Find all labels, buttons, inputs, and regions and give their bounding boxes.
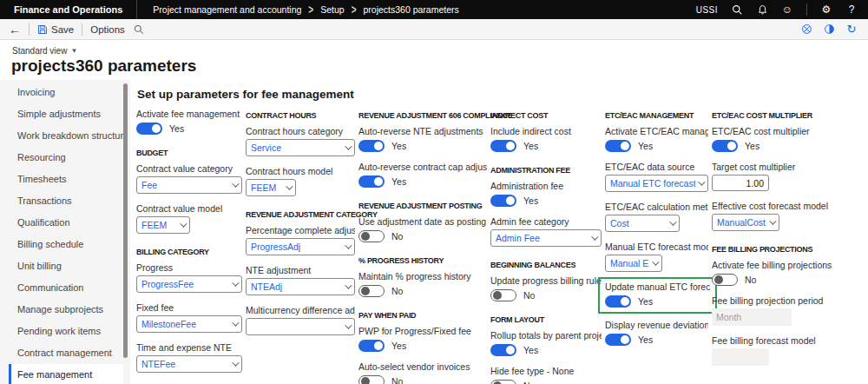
- actionbar-search-icon[interactable]: [133, 23, 145, 36]
- select-contract-hours-category[interactable]: Service: [246, 139, 355, 156]
- sidebar-item-billing-schedule[interactable]: Billing schedule: [9, 234, 123, 255]
- toggle-switch[interactable]: [605, 295, 631, 308]
- refresh-icon[interactable]: ↻: [845, 23, 858, 36]
- toggle-switch[interactable]: [358, 230, 385, 242]
- select-value: NTEAdj: [251, 281, 282, 292]
- view-selector[interactable]: Standard view ▼: [0, 40, 868, 56]
- sidebar-item-fee-management[interactable]: Fee management: [9, 364, 123, 384]
- field-nte-adjustment: NTE adjustmentNTEAdj: [246, 265, 355, 295]
- field-etc-eac-data-source: ETC/EAC data sourceManual ETC forecast: [605, 162, 708, 192]
- field-hide-fee-type-none: Hide fee type - NoneNo: [490, 366, 602, 384]
- toggle-row: Yes: [358, 139, 487, 152]
- toggle-row: No: [358, 284, 487, 297]
- sidebar-item-qualification[interactable]: Qualification: [9, 212, 123, 234]
- toggle-switch[interactable]: [605, 140, 631, 152]
- sidebar-item-pending-work-items[interactable]: Pending work items: [9, 321, 123, 342]
- section-heading-revenue-adjustment-606-compliance: REVENUE ADJUSTMENT 606 COMPLIANCE: [358, 111, 487, 120]
- settings-gear-icon[interactable]: ⚙: [820, 3, 832, 16]
- select-time-and-expense-nte[interactable]: NTEFee: [136, 355, 242, 373]
- sidebar-scrollbar[interactable]: [123, 83, 128, 358]
- sidebar-item-timesheets[interactable]: Timesheets: [9, 169, 123, 190]
- toggle-switch[interactable]: [136, 122, 162, 135]
- select-percentage-complete-adjustment[interactable]: ProgressAdj: [246, 238, 355, 255]
- sidebar-item-contract-management[interactable]: Contract management: [9, 342, 123, 364]
- toggle-knob: [506, 346, 515, 354]
- select-manual-etc-forecast-model[interactable]: Manual ETC: [605, 255, 662, 272]
- sidebar-item-manage-subprojects[interactable]: Manage subprojects: [9, 299, 123, 321]
- help-icon[interactable]: ?: [845, 3, 858, 16]
- top-navigation-bar: Finance and Operations Project managemen…: [0, 0, 868, 19]
- select-value: MilestoneFee: [141, 319, 196, 329]
- search-icon[interactable]: [731, 3, 743, 16]
- toggle-row: Yes: [712, 139, 859, 152]
- notifications-bell-icon[interactable]: [756, 3, 768, 16]
- section-heading-billing-category: BILLING CATEGORY: [136, 248, 242, 256]
- breadcrumb-setup[interactable]: Setup: [320, 4, 344, 15]
- sidebar-item-invoicing[interactable]: Invoicing: [9, 82, 123, 103]
- select-admin-fee-category[interactable]: Admin Fee: [490, 229, 602, 247]
- field-label: Auto-select vendor invoices: [358, 361, 487, 372]
- select-progress[interactable]: ProgressFee: [136, 275, 242, 293]
- save-button[interactable]: Save: [37, 24, 74, 35]
- select-etc-eac-calculation-method[interactable]: Cost: [605, 215, 680, 232]
- select-nte-adjustment[interactable]: NTEAdj: [246, 278, 355, 295]
- sidebar-item-communication[interactable]: Communication: [9, 277, 123, 299]
- toggle-knob: [374, 177, 383, 186]
- toggle-knob: [621, 335, 629, 344]
- toggle-switch[interactable]: [712, 274, 738, 286]
- toggle-switch[interactable]: [605, 334, 631, 346]
- toggle-knob: [374, 142, 383, 150]
- field-activate-etc-eac-management: Activate ETC/EAC managementYes: [605, 126, 708, 152]
- breadcrumb-page[interactable]: projects360 parameters: [363, 4, 458, 15]
- sidebar-item-resourcing[interactable]: Resourcing: [9, 147, 123, 169]
- field-label: PWP for Progress/Fixed fee: [358, 326, 487, 336]
- toggle-switch[interactable]: [358, 140, 385, 152]
- toggle-state-label: No: [745, 275, 756, 285]
- toggle-switch[interactable]: [358, 285, 385, 297]
- select-effective-cost-forecast-model[interactable]: ManualCost: [712, 214, 779, 231]
- section-heading-fee-billing-projections: FEE BILLING PROJECTIONS: [712, 245, 859, 254]
- side-panel-icon[interactable]: [823, 23, 835, 36]
- toggle-switch[interactable]: [358, 340, 385, 352]
- field-include-indirect-cost: Include indirect costYes: [490, 126, 602, 152]
- field-label: Contract hours category: [246, 126, 355, 136]
- select-contract-value-category[interactable]: Fee: [136, 176, 242, 194]
- toggle-switch[interactable]: [712, 140, 738, 152]
- feedback-smiley-icon[interactable]: ☺: [781, 3, 793, 16]
- select-fixed-fee[interactable]: MilestoneFee: [136, 315, 242, 333]
- toggle-switch[interactable]: [490, 140, 516, 152]
- sidebar-item-work-breakdown-structure[interactable]: Work breakdown structure: [9, 125, 123, 147]
- toggle-row: Yes: [490, 194, 602, 207]
- sidebar-item-unit-billing[interactable]: Unit billing: [9, 255, 123, 277]
- page-body: InvoicingSimple adjustmentsWork breakdow…: [0, 80, 868, 384]
- select-value: Manual ETC forecast: [610, 178, 695, 189]
- select-contract-hours-model[interactable]: FEEM: [246, 179, 296, 196]
- toggle-knob: [506, 142, 515, 150]
- company-picker[interactable]: USSI: [696, 5, 718, 15]
- sidebar-item-transactions[interactable]: Transactions: [9, 190, 123, 212]
- select-etc-eac-data-source[interactable]: Manual ETC forecast: [605, 175, 708, 192]
- toggle-switch[interactable]: [490, 289, 516, 301]
- chevron-down-icon: [345, 281, 352, 288]
- app-name[interactable]: Finance and Operations: [0, 4, 136, 15]
- options-button[interactable]: Options: [90, 24, 125, 35]
- toggle-switch[interactable]: [490, 195, 516, 207]
- section-heading-pay-when-paid: PAY WHEN PAID: [358, 311, 487, 320]
- field-label: Update progress billing rule: [490, 275, 602, 286]
- field-label: Auto-reverse NTE adjustments: [358, 126, 487, 136]
- select-multicurrency-difference-adjustm[interactable]: [246, 318, 355, 335]
- toggle-switch[interactable]: [490, 380, 516, 384]
- field-label: Auto-reverse contract cap adjust...: [358, 162, 487, 172]
- select-contract-value-model[interactable]: FEEM: [136, 216, 190, 234]
- sidebar-item-simple-adjustments[interactable]: Simple adjustments: [9, 103, 123, 125]
- field-label: Activate fee management: [136, 109, 242, 119]
- breadcrumb-module[interactable]: Project management and accounting: [153, 4, 301, 15]
- toggle-switch[interactable]: [358, 375, 385, 384]
- back-icon[interactable]: ←: [9, 23, 21, 36]
- power-apps-icon[interactable]: [800, 23, 812, 36]
- toggle-row: Yes: [358, 339, 487, 352]
- toggle-state-label: Yes: [638, 334, 653, 345]
- toggle-switch[interactable]: [490, 344, 516, 356]
- toggle-switch[interactable]: [358, 175, 385, 188]
- input-target-cost-multiplier[interactable]: [712, 175, 769, 191]
